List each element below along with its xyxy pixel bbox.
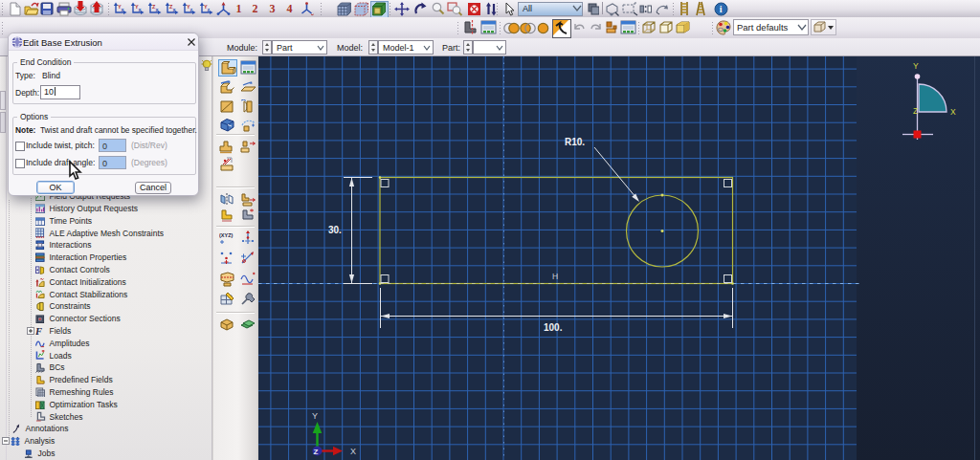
svg-text:Z: Z [913, 106, 918, 116]
svg-text:100.: 100. [544, 322, 563, 333]
svg-text:H: H [552, 272, 558, 281]
svg-text:X: X [950, 107, 956, 117]
svg-text:i: i [720, 4, 723, 14]
svg-text:F: F [35, 326, 42, 336]
svg-text:Y: Y [913, 61, 919, 71]
svg-text:R10.: R10. [565, 137, 585, 147]
svg-text:z: z [190, 7, 193, 12]
svg-text:X: X [350, 447, 356, 456]
svg-text:30.: 30. [328, 225, 342, 235]
svg-text:Y: Y [312, 411, 318, 421]
svg-text:z: z [208, 7, 211, 12]
svg-text:Z: Z [314, 448, 319, 456]
svg-text:(XYZ): (XYZ) [219, 232, 234, 238]
